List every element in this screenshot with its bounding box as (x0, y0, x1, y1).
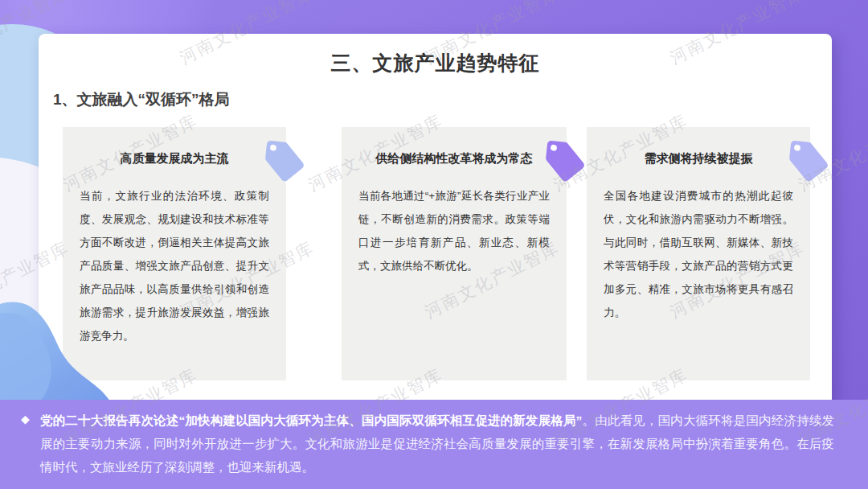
diamond-bullet-icon: ◆ (21, 413, 30, 425)
footer-text: 党的二十大报告再次论述“加快构建以国内大循环为主体、国内国际双循环相互促进的新发… (40, 409, 834, 479)
page-title: 三、文旅产业趋势特征 (39, 50, 832, 76)
price-tag-icon (783, 136, 834, 187)
info-card-body: 全国各地建设消费城市的热潮此起彼伏，文化和旅游内需驱动力不断增强。与此同时，借助… (587, 184, 810, 324)
info-card-title: 高质量发展成为主流 (63, 151, 286, 166)
footer-bar: ◆ 党的二十大报告再次论述“加快构建以国内大循环为主体、国内国际双循环相互促进的… (0, 400, 868, 489)
info-card-title: 需求侧将持续被提振 (587, 151, 810, 166)
info-card-body: 当前各地通过“+旅游”延长各类行业产业链，不断创造新的消费需求。政策等端口进一步… (342, 184, 567, 277)
slide: 三、文旅产业趋势特征 1、文旅融入“双循环”格局 高质量发展成为主流 当前，文旅… (0, 0, 868, 489)
section-subtitle: 1、文旅融入“双循环”格局 (53, 89, 832, 110)
footer-text-bold: 党的二十大报告再次论述“加快构建以国内大循环为主体、国内国际双循环相互促进的新发… (40, 413, 582, 427)
cards-row: 高质量发展成为主流 当前，文旅行业的法治环境、政策制度、发展观念、规划建设和技术… (39, 127, 832, 380)
price-tag-icon (539, 136, 591, 187)
info-card-supply: 供给侧结构性改革将成为常态 当前各地通过“+旅游”延长各类行业产业链，不断创造新… (342, 127, 567, 380)
price-tag-icon (259, 136, 310, 187)
info-card-title: 供给侧结构性改革将成为常态 (342, 151, 567, 166)
info-card-demand: 需求侧将持续被提振 全国各地建设消费城市的热潮此起彼伏，文化和旅游内需驱动力不断… (587, 127, 810, 380)
